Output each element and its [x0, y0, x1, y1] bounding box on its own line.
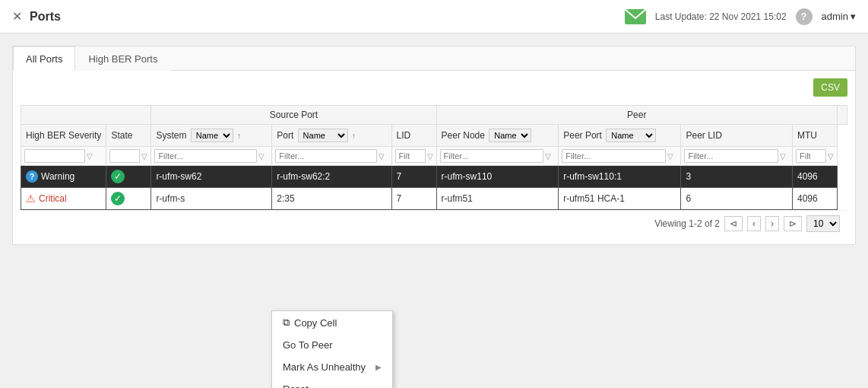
- mtu-cell: 4096: [792, 188, 837, 210]
- prev-page-button[interactable]: ‹: [747, 216, 761, 231]
- next-page-button[interactable]: ›: [765, 216, 779, 231]
- tab-high-ber-ports[interactable]: High BER Ports: [75, 46, 170, 71]
- mtu-cell: 4096: [792, 166, 837, 188]
- severity-filter-cell: ▽: [21, 147, 106, 166]
- context-menu-mark-unhealthy[interactable]: Mark As Unhealthy ▶: [272, 356, 392, 378]
- mtu-filter-input[interactable]: [796, 149, 826, 163]
- system-filter-input[interactable]: [154, 149, 257, 163]
- lid-cell: 7: [391, 188, 436, 210]
- check-circle-icon: ✓: [111, 192, 125, 205]
- peer-node-name-select[interactable]: Name GUID: [489, 129, 531, 142]
- system-sort-icon[interactable]: ↑: [237, 132, 241, 140]
- port-filter-arrow[interactable]: ▽: [379, 152, 385, 161]
- header: ✕ Ports Last Update: 22 Nov 2021 15:02 ?…: [0, 0, 868, 33]
- help-label: ?: [801, 11, 807, 22]
- page-title: Ports: [30, 10, 625, 24]
- lid-cell: 7: [391, 166, 436, 188]
- copy-icon: ⧉: [283, 316, 290, 329]
- state-cell: ✓: [106, 166, 151, 188]
- peer-port-cell: r-ufm51 HCA-1: [559, 188, 681, 210]
- context-menu-reset[interactable]: Reset: [272, 378, 392, 388]
- peer-port-filter-cell: ▽: [559, 147, 681, 166]
- help-icon[interactable]: ?: [796, 8, 813, 25]
- port-name-select[interactable]: Name Number: [298, 129, 348, 142]
- peer-node-cell: r-ufm51: [436, 188, 559, 210]
- first-page-button[interactable]: ⊲: [724, 216, 743, 231]
- th-peer-lid: Peer LID: [681, 125, 793, 147]
- mtu-filter-arrow[interactable]: ▽: [828, 152, 834, 161]
- system-filter-arrow[interactable]: ▽: [258, 152, 265, 161]
- th-port: Port Name Number ↑: [272, 125, 391, 147]
- port-filter-cell: ▽: [272, 147, 391, 166]
- peer-lid-filter-arrow[interactable]: ▽: [780, 152, 786, 161]
- th-peer-node: Peer Node Name GUID: [436, 125, 559, 147]
- peer-node-filter-input[interactable]: [440, 149, 543, 163]
- tab-all-ports[interactable]: All Ports: [13, 46, 75, 71]
- system-name-select[interactable]: Name GUID: [191, 129, 233, 142]
- port-filter-input[interactable]: [275, 149, 377, 163]
- context-menu-copy-cell[interactable]: ⧉ Copy Cell: [272, 311, 392, 334]
- th-severity: High BER Severity: [21, 125, 106, 147]
- ports-table: Source Port Peer High BER Severity State: [21, 105, 847, 210]
- port-cell: r-ufm-sw62:2: [272, 166, 391, 188]
- peer-node-filter-cell: ▽: [436, 147, 559, 166]
- th-peer-port: Peer Port Name Number: [559, 125, 681, 147]
- filter-row: ▽ ▽: [21, 147, 847, 166]
- warning-triangle-icon: ⚠: [26, 192, 36, 205]
- peer-port-filter-input[interactable]: [562, 149, 666, 163]
- admin-chevron-icon: ▾: [851, 11, 856, 22]
- th-empty-2: [837, 106, 847, 125]
- severity-label: Warning: [41, 171, 74, 182]
- close-icon[interactable]: ✕: [12, 9, 22, 24]
- group-header-row: Source Port Peer: [21, 106, 847, 125]
- tabs-bar: All Ports High BER Ports: [13, 46, 855, 71]
- last-page-button[interactable]: ⊳: [784, 216, 802, 231]
- last-update-label: Last Update: 22 Nov 2021 15:02: [655, 11, 787, 22]
- system-cell: r-ufm-sw62: [151, 166, 272, 188]
- peer-lid-filter-cell: ▽: [681, 147, 793, 166]
- th-state: State: [106, 125, 151, 147]
- state-filter-arrow[interactable]: ▽: [141, 152, 147, 161]
- peer-node-cell: r-ufm-sw110: [436, 166, 559, 188]
- th-system: System Name GUID ↑: [151, 125, 272, 147]
- peer-port-cell: r-ufm-sw110:1: [559, 166, 681, 188]
- th-source-port: Source Port: [151, 106, 436, 125]
- table-row[interactable]: ⚠ Critical ✓ r-ufm-s 2:35 7 r-ufm51: [21, 188, 847, 210]
- mtu-filter-cell: ▽: [792, 147, 837, 166]
- state-cell: ✓: [106, 188, 151, 210]
- csv-button[interactable]: CSV: [813, 78, 847, 97]
- main-content: All Ports High BER Ports CSV Source Port…: [0, 33, 868, 388]
- admin-menu[interactable]: admin ▾: [822, 11, 856, 22]
- th-peer: Peer: [436, 106, 837, 125]
- severity-label: Critical: [39, 193, 67, 204]
- severity-filter-arrow[interactable]: ▽: [87, 152, 93, 161]
- context-menu-copy-label: Copy Cell: [294, 317, 337, 329]
- peer-lid-cell: 6: [681, 188, 793, 210]
- question-circle-icon: ?: [26, 170, 38, 183]
- column-header-row: High BER Severity State System Name GUID: [21, 125, 847, 147]
- state-filter-cell: ▽: [106, 147, 151, 166]
- context-menu-go-to-peer[interactable]: Go To Peer: [272, 334, 392, 356]
- peer-lid-filter-input[interactable]: [684, 149, 778, 163]
- lid-filter-cell: ▽: [391, 147, 436, 166]
- th-lid: LID: [391, 125, 436, 147]
- severity-filter-input[interactable]: [24, 149, 85, 163]
- mail-icon[interactable]: [625, 9, 646, 24]
- th-mtu: MTU: [792, 125, 837, 147]
- peer-port-name-select[interactable]: Name Number: [606, 129, 656, 142]
- peer-lid-cell: 3: [681, 166, 793, 188]
- port-sort-icon[interactable]: ↑: [352, 132, 356, 140]
- context-menu-mark-label: Mark As Unhealthy: [283, 361, 366, 373]
- th-empty-1: [21, 106, 151, 125]
- admin-label: admin: [822, 11, 848, 22]
- peer-node-filter-arrow[interactable]: ▽: [545, 152, 551, 161]
- lid-filter-input[interactable]: [395, 149, 426, 163]
- lid-filter-arrow[interactable]: ▽: [427, 152, 433, 161]
- table-row[interactable]: ? Warning ✓ r-ufm-sw62 r-ufm-sw62:2 7 r-…: [21, 166, 847, 188]
- state-filter-input[interactable]: [109, 149, 140, 163]
- context-menu-reset-label: Reset: [283, 383, 309, 388]
- severity-cell: ? Warning: [21, 166, 106, 188]
- peer-port-filter-arrow[interactable]: ▽: [667, 152, 673, 161]
- page-size-select[interactable]: 10 25 50: [806, 215, 840, 232]
- check-circle-icon: ✓: [111, 170, 125, 183]
